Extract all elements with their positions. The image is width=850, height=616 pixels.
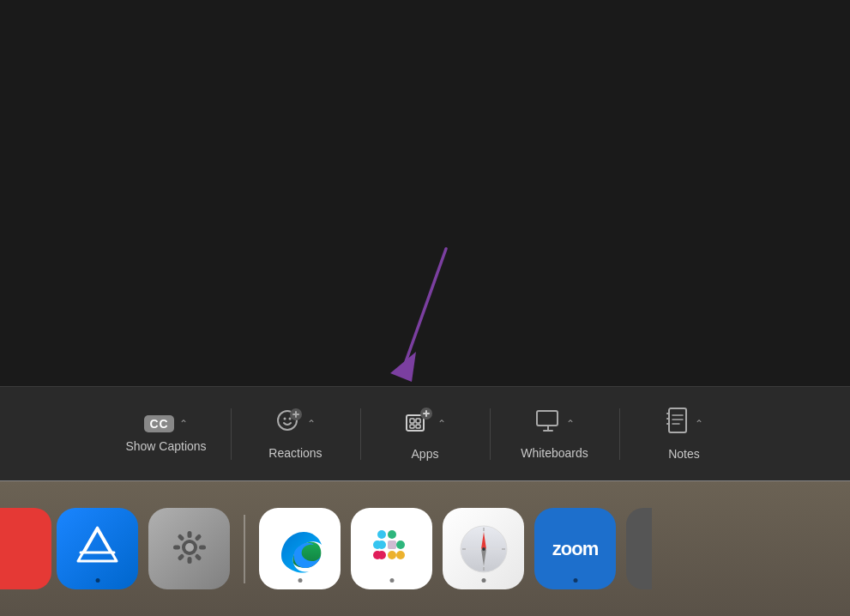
svg-rect-32 bbox=[199, 545, 206, 549]
dock-zoom[interactable]: zoom bbox=[534, 508, 616, 589]
svg-point-4 bbox=[288, 418, 291, 420]
notes-icon bbox=[666, 407, 690, 440]
notes-button[interactable]: ⌃ Notes bbox=[624, 398, 745, 469]
dock-system-preferences[interactable] bbox=[148, 508, 230, 589]
whiteboards-label: Whiteboards bbox=[521, 446, 588, 460]
apps-chevron[interactable]: ⌃ bbox=[437, 418, 446, 430]
partial-app[interactable] bbox=[0, 508, 51, 589]
dock-dot bbox=[573, 578, 577, 583]
zoom-icon: zoom bbox=[552, 538, 598, 560]
svg-rect-11 bbox=[410, 425, 414, 428]
svg-rect-36 bbox=[194, 533, 202, 541]
svg-point-3 bbox=[283, 418, 286, 420]
dock-dot bbox=[481, 578, 485, 583]
dock-divider bbox=[244, 515, 245, 583]
svg-rect-35 bbox=[177, 553, 184, 560]
svg-rect-16 bbox=[537, 411, 558, 426]
whiteboards-icon bbox=[535, 408, 561, 439]
svg-rect-42 bbox=[373, 541, 382, 549]
show-captions-label: Show Captions bbox=[125, 439, 206, 453]
svg-rect-34 bbox=[194, 553, 202, 560]
svg-rect-43 bbox=[396, 541, 405, 549]
mac-dock: zoom bbox=[0, 480, 850, 616]
svg-rect-19 bbox=[669, 408, 686, 432]
svg-rect-41 bbox=[388, 551, 396, 559]
dock-edge[interactable] bbox=[259, 508, 341, 589]
svg-rect-37 bbox=[377, 530, 386, 539]
apps-button[interactable]: ⌃ Apps bbox=[365, 398, 485, 469]
system-prefs-icon bbox=[165, 522, 214, 576]
dock-dot bbox=[95, 578, 99, 583]
reactions-chevron[interactable]: ⌃ bbox=[307, 418, 316, 430]
dock-slack[interactable] bbox=[351, 508, 432, 589]
svg-rect-31 bbox=[173, 545, 180, 549]
zoom-toolbar: CC ⌃ Show Captions ⌃ R bbox=[0, 386, 850, 480]
svg-rect-33 bbox=[177, 533, 184, 541]
notes-label: Notes bbox=[668, 447, 700, 461]
dock-app-store[interactable] bbox=[57, 508, 138, 589]
svg-rect-8 bbox=[407, 415, 424, 431]
svg-rect-12 bbox=[416, 425, 420, 428]
svg-rect-29 bbox=[187, 531, 191, 538]
separator-2 bbox=[360, 408, 361, 460]
show-captions-button[interactable]: CC ⌃ Show Captions bbox=[106, 407, 226, 462]
whiteboards-button[interactable]: ⌃ Whiteboards bbox=[495, 399, 615, 468]
slack-icon bbox=[366, 523, 418, 575]
partial-right-app[interactable] bbox=[626, 508, 652, 589]
show-captions-chevron[interactable]: ⌃ bbox=[179, 418, 188, 430]
svg-rect-9 bbox=[410, 419, 414, 423]
svg-rect-39 bbox=[388, 530, 396, 539]
safari-icon bbox=[458, 523, 509, 575]
dock-app-list: zoom bbox=[0, 481, 652, 616]
reactions-button[interactable]: ⌃ Reactions bbox=[236, 399, 356, 468]
svg-rect-30 bbox=[187, 557, 191, 564]
separator-1 bbox=[231, 408, 232, 460]
app-store-icon bbox=[74, 521, 121, 577]
whiteboards-chevron[interactable]: ⌃ bbox=[566, 418, 575, 430]
dock-dot bbox=[389, 578, 394, 583]
edge-icon bbox=[274, 523, 326, 575]
separator-4 bbox=[619, 408, 620, 460]
svg-rect-44 bbox=[373, 551, 382, 559]
separator-3 bbox=[490, 408, 491, 460]
svg-rect-46 bbox=[388, 541, 396, 549]
svg-rect-45 bbox=[396, 551, 405, 559]
apps-icon bbox=[405, 407, 432, 440]
notes-chevron[interactable]: ⌃ bbox=[695, 418, 703, 430]
svg-point-28 bbox=[185, 543, 194, 552]
reactions-icon bbox=[276, 408, 302, 439]
apps-label: Apps bbox=[412, 447, 439, 461]
main-content-area bbox=[0, 0, 850, 386]
reactions-label: Reactions bbox=[268, 446, 322, 460]
cc-icon: CC bbox=[144, 415, 173, 432]
dock-dot bbox=[298, 578, 302, 583]
dock-safari[interactable] bbox=[443, 508, 524, 589]
svg-point-56 bbox=[482, 547, 485, 551]
svg-rect-10 bbox=[416, 419, 420, 423]
